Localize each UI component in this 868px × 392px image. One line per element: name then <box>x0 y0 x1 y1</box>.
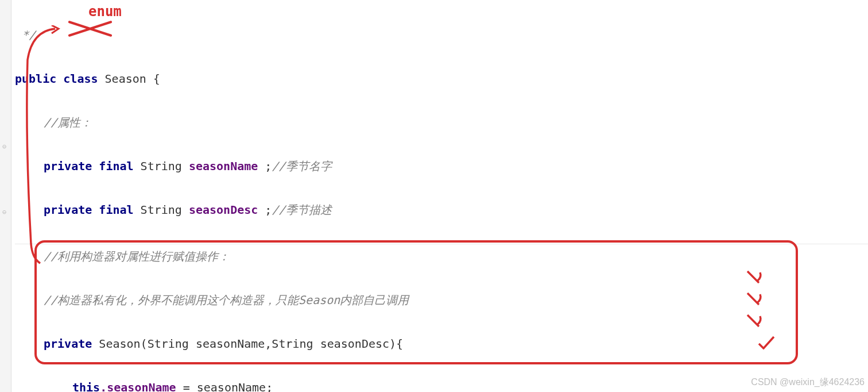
constructor-signature: private Season(String seasonName,String … <box>15 333 868 355</box>
class-name: Season <box>105 72 146 86</box>
open-brace: { <box>146 72 160 86</box>
watermark: CSDN @weixin_缘4624236 <box>751 376 865 389</box>
class-keyword: class <box>63 72 98 86</box>
class-declaration: public class Season { <box>15 68 868 90</box>
public-keyword: public <box>15 72 56 86</box>
comment-end: */ <box>15 24 868 46</box>
code-editor[interactable]: */ public class Season { //属性： private f… <box>0 0 868 392</box>
final-keyword: final <box>99 159 133 173</box>
field-season-name: private final String seasonName ;//季节名字 <box>15 155 868 177</box>
comment-constructor-1: //利用构造器对属性进行赋值操作： <box>15 245 868 267</box>
field-season-desc: private final String seasonDesc ;//季节描述 <box>15 199 868 221</box>
comment-constructor-2: //构造器私有化，外界不能调用这个构造器，只能Season内部自己调用 <box>15 289 868 311</box>
annotation-enum-label: enum <box>88 3 122 20</box>
method-separator <box>15 244 868 244</box>
assign-season-name: this.seasonName = seasonName; <box>15 376 868 392</box>
comment-properties: //属性： <box>15 112 868 133</box>
private-keyword: private <box>44 159 92 173</box>
